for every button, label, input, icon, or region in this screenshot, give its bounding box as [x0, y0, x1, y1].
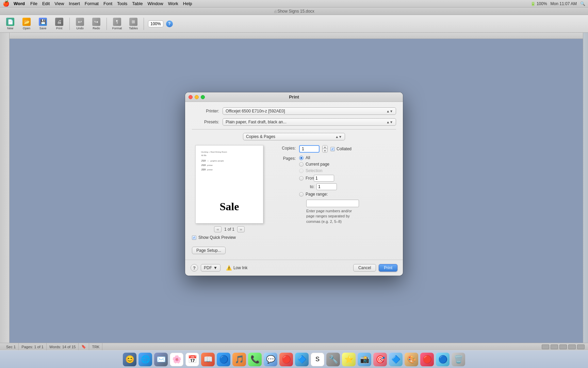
pages-from-row: From:	[299, 175, 396, 182]
traffic-lights	[189, 95, 205, 99]
page-range-controls: Enter page numbers and/orpage ranges sep…	[306, 198, 396, 224]
presets-value: Plain paper, Fast draft, black an...	[226, 120, 287, 124]
pdf-arrow: ▼	[213, 265, 217, 270]
collated-label: Collated	[337, 147, 352, 151]
pages-selection-radio[interactable]	[299, 169, 304, 173]
section-select-wrap: Copies & Pages ▲▼	[192, 133, 396, 140]
copies-stepper-up[interactable]: ▲	[323, 145, 327, 149]
presets-label: Presets:	[192, 120, 219, 124]
show-quick-preview-label: Show Quick Preview	[198, 235, 236, 240]
preview-line4: J10 printer	[201, 164, 258, 167]
preview-area: Hunting + Real Dining Room All Bb J10 — …	[192, 145, 267, 254]
page-range-input[interactable]	[306, 200, 359, 207]
copies-stepper-down[interactable]: ▼	[323, 149, 327, 152]
pages-controls: All Current page Selection	[299, 155, 396, 224]
pages-selection-label: Selection	[306, 168, 322, 173]
copies-stepper: ▲ ▼	[322, 145, 328, 153]
pages-current-row: Current page	[299, 162, 396, 167]
collated-checkbox[interactable]: ✓	[330, 147, 335, 151]
preview-line1: Hunting + Real Dining Room	[201, 151, 258, 153]
printer-label: Printer:	[192, 109, 219, 113]
collated-wrap: ✓ Collated	[330, 147, 352, 151]
print-button[interactable]: Print	[379, 264, 397, 272]
show-quick-preview-checkbox[interactable]: ✓	[192, 235, 196, 240]
next-page-button[interactable]: ››	[237, 226, 245, 232]
copies-input[interactable]	[299, 145, 320, 153]
pages-to-input[interactable]	[316, 183, 337, 190]
maximize-button[interactable]	[201, 95, 205, 99]
print-dialog: Print Printer: Officejet 6500 E710n-z [5…	[185, 92, 403, 276]
pages-all-radio[interactable]	[299, 156, 304, 160]
pages-row: Pages: All Current page	[274, 155, 396, 224]
pages-all-label: All	[306, 155, 310, 160]
section-arrow: ▲▼	[335, 135, 342, 139]
pages-label: Pages:	[274, 155, 296, 161]
low-ink-wrap: ⚠️ Low Ink	[226, 265, 247, 271]
close-button[interactable]	[189, 95, 193, 99]
preview-text-1: Hunting + Real Dining Room	[201, 151, 227, 153]
copies-row: Copies: ▲ ▼ ✓ Collated	[274, 145, 396, 153]
show-quick-preview-row: ✓ Show Quick Preview	[192, 235, 267, 240]
preview-paper: Hunting + Real Dining Room All Bb J10 — …	[195, 145, 263, 224]
preview-line5: J20 printer	[201, 168, 258, 171]
pages-to-row: to:	[306, 183, 396, 190]
preview-paper-inner: Hunting + Real Dining Room All Bb J10 — …	[196, 145, 263, 177]
preview-nav: ‹‹ 1 of 1 ››	[192, 226, 267, 232]
cancel-button[interactable]: Cancel	[353, 264, 376, 272]
dialog-overlay: Print Printer: Officejet 6500 E710n-z [5…	[0, 0, 588, 368]
help-button[interactable]: ?	[191, 264, 198, 272]
preview-page-info: 1 of 1	[224, 227, 234, 232]
page-setup-button[interactable]: Page Setup...	[192, 247, 226, 254]
pages-from-label: From:	[306, 176, 312, 181]
printer-arrow: ▲▼	[386, 109, 393, 113]
page-setup-wrap: Page Setup...	[192, 243, 267, 254]
preview-line2: All Bb	[201, 154, 258, 156]
pages-all-row: All	[299, 155, 396, 160]
copies-input-row: ▲ ▼ ✓ Collated	[299, 145, 396, 153]
dialog-body: Printer: Officejet 6500 E710n-z [592AE0]…	[185, 102, 403, 260]
pages-current-radio[interactable]	[299, 162, 304, 167]
presets-arrow: ▲▼	[386, 120, 393, 124]
pdf-label: PDF	[204, 265, 212, 270]
separator-1	[192, 129, 396, 129]
section-label: Copies & Pages	[246, 134, 275, 139]
prev-page-button[interactable]: ‹‹	[214, 226, 222, 232]
dialog-footer: ? PDF ▼ ⚠️ Low Ink Cancel Print	[185, 260, 403, 276]
pages-range-row: Page range:	[299, 192, 396, 197]
copies-controls: ▲ ▼ ✓ Collated	[299, 145, 396, 153]
printer-row: Printer: Officejet 6500 E710n-z [592AE0]…	[192, 107, 396, 115]
options-panel: Copies: ▲ ▼ ✓ Collated	[274, 145, 396, 254]
dialog-content: Hunting + Real Dining Room All Bb J10 — …	[192, 145, 396, 254]
preview-sale-text: Sale	[220, 200, 239, 213]
pages-range-label: Page range:	[306, 192, 328, 197]
dialog-titlebar: Print	[185, 92, 403, 102]
page-range-hint: Enter page numbers and/orpage ranges sep…	[306, 209, 396, 224]
pdf-button[interactable]: PDF ▼	[201, 264, 220, 272]
pages-current-label: Current page	[306, 162, 329, 167]
presets-select[interactable]: Plain paper, Fast draft, black an... ▲▼	[223, 118, 396, 126]
pages-radio-group: All Current page Selection	[299, 155, 396, 224]
printer-select[interactable]: Officejet 6500 E710n-z [592AE0] ▲▼	[223, 107, 396, 115]
dialog-title: Print	[289, 94, 299, 99]
footer-buttons: Cancel Print	[353, 264, 397, 272]
pages-from-input[interactable]	[314, 175, 334, 182]
printer-value: Officejet 6500 E710n-z [592AE0]	[226, 109, 285, 113]
low-ink-label: Low Ink	[233, 265, 247, 270]
pages-selection-row: Selection	[299, 168, 396, 173]
preview-line3: J10 — graphic people	[201, 159, 258, 162]
minimize-button[interactable]	[195, 95, 199, 99]
section-select[interactable]: Copies & Pages ▲▼	[243, 133, 345, 140]
pages-to-label: to:	[306, 184, 314, 189]
pages-range-radio[interactable]	[299, 192, 304, 197]
warning-icon: ⚠️	[226, 265, 232, 271]
pages-from-radio[interactable]	[299, 176, 304, 181]
copies-label: Copies:	[274, 145, 296, 151]
presets-row: Presets: Plain paper, Fast draft, black …	[192, 118, 396, 126]
